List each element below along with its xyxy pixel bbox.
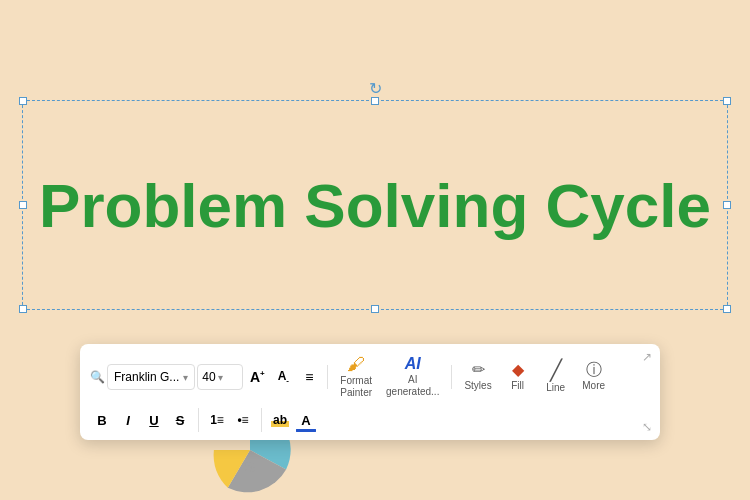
handle-bottom-left[interactable] <box>19 305 27 313</box>
underline-button[interactable]: U <box>142 408 166 432</box>
ordered-list-button[interactable]: 1≡ <box>205 408 229 432</box>
divider-3 <box>198 408 199 432</box>
bullet-list-icon: •≡ <box>237 413 248 427</box>
line-label: Line <box>546 382 565 394</box>
fill-icon: ◆ <box>512 362 524 378</box>
text-highlight-button[interactable]: ab <box>268 408 292 432</box>
bold-button[interactable]: B <box>90 408 114 432</box>
italic-button[interactable]: I <box>116 408 140 432</box>
decrease-font-icon: A- <box>278 369 289 385</box>
handle-top-left[interactable] <box>19 97 27 105</box>
font-selector[interactable]: Franklin G... ▾ <box>107 364 195 390</box>
more-label: More <box>582 380 605 392</box>
toolbar-row-2: B I U S 1≡ •≡ ab <box>90 408 650 432</box>
divider-1 <box>327 365 328 389</box>
increase-font-button[interactable]: A+ <box>245 365 269 389</box>
divider-4 <box>261 408 262 432</box>
increase-font-icon: A+ <box>250 369 265 385</box>
text-color-button[interactable]: A <box>294 408 318 432</box>
handle-middle-left[interactable] <box>19 201 27 209</box>
more-button[interactable]: ⓘ More <box>576 359 612 395</box>
toolbar-row-1: 🔍 Franklin G... ▾ 40 ▾ A+ A- ≡ <box>90 352 650 402</box>
handle-top-middle[interactable] <box>371 97 379 105</box>
handle-bottom-right[interactable] <box>723 305 731 313</box>
font-name-label: Franklin G... <box>114 370 179 384</box>
text-color-underline <box>296 429 316 432</box>
text-box[interactable]: ↻ Problem Solving Cycle <box>22 100 728 310</box>
strikethrough-button[interactable]: S <box>168 408 192 432</box>
format-painter-icon: 🖌 <box>347 355 365 373</box>
strikethrough-icon: S <box>176 413 185 428</box>
text-highlight-icon: ab <box>271 413 289 427</box>
canvas: ↻ Problem Solving Cycle S ↗ 🔍 <box>0 0 750 500</box>
line-button[interactable]: ╱ Line <box>538 357 574 397</box>
handle-middle-right[interactable] <box>723 201 731 209</box>
ai-generated-button[interactable]: AI AIgenerated... <box>380 353 445 401</box>
italic-icon: I <box>126 413 130 428</box>
search-icon: 🔍 <box>90 370 105 384</box>
rotate-handle[interactable]: ↻ <box>369 79 382 98</box>
handle-top-right[interactable] <box>723 97 731 105</box>
handle-bottom-middle[interactable] <box>371 305 379 313</box>
toolbar-expand-icon[interactable]: ⤡ <box>642 420 652 434</box>
toolbar-collapse-icon[interactable]: ↗ <box>642 350 652 364</box>
bold-icon: B <box>97 413 106 428</box>
styles-label: Styles <box>464 380 491 392</box>
font-size-selector[interactable]: 40 ▾ <box>197 364 243 390</box>
title-text: Problem Solving Cycle <box>39 170 711 241</box>
align-button[interactable]: ≡ <box>297 365 321 389</box>
format-painter-button[interactable]: 🖌 FormatPainter <box>334 352 378 402</box>
font-size-dropdown-icon: ▾ <box>218 372 223 383</box>
align-icon: ≡ <box>305 369 313 385</box>
fill-button[interactable]: ◆ Fill <box>500 359 536 395</box>
text-color-icon: A <box>301 413 310 428</box>
fill-label: Fill <box>511 380 524 392</box>
format-painter-label: FormatPainter <box>340 375 372 399</box>
underline-icon: U <box>149 413 158 428</box>
font-dropdown-icon: ▾ <box>183 372 188 383</box>
font-size-value: 40 <box>202 370 215 384</box>
styles-icon: ✏ <box>472 362 485 378</box>
ai-generated-label: AIgenerated... <box>386 374 439 398</box>
toolbar: ↗ 🔍 Franklin G... ▾ 40 ▾ A+ A- <box>80 344 660 440</box>
more-icon: ⓘ <box>586 362 602 378</box>
styles-button[interactable]: ✏ Styles <box>458 359 497 395</box>
divider-2 <box>451 365 452 389</box>
ai-generated-icon: AI <box>405 356 421 372</box>
line-icon: ╱ <box>550 360 562 380</box>
bullet-list-button[interactable]: •≡ <box>231 408 255 432</box>
decrease-font-button[interactable]: A- <box>271 365 295 389</box>
svg-text:S: S <box>245 458 255 475</box>
ordered-list-icon: 1≡ <box>210 413 224 427</box>
